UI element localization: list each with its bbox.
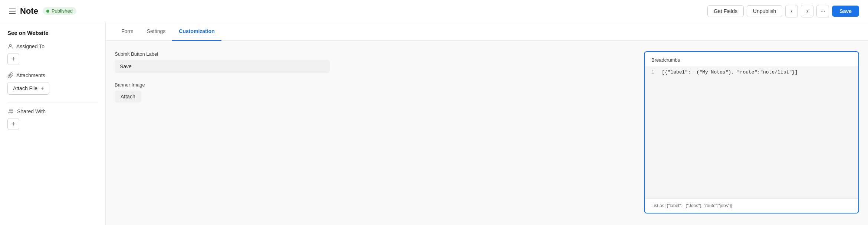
see-on-website-label: See on Website: [7, 30, 98, 36]
breadcrumbs-code-area[interactable]: 1 [{"label": _("My Notes"), "route":"not…: [645, 66, 858, 198]
next-button[interactable]: ›: [801, 5, 813, 17]
tab-form[interactable]: Form: [115, 22, 140, 41]
published-dot: [46, 10, 49, 13]
published-label: Published: [52, 8, 73, 14]
chevron-left-icon: ‹: [791, 8, 793, 14]
save-button[interactable]: Save: [832, 6, 859, 17]
svg-point-2: [11, 110, 13, 111]
banner-image-group: Banner Image Attach: [115, 82, 635, 102]
attach-file-button[interactable]: Attach File +: [7, 82, 49, 95]
breadcrumbs-hint: List as [{"label": _("Jobs"), "route":"j…: [651, 203, 732, 208]
add-shared-with-button[interactable]: +: [7, 118, 19, 130]
person-icon: [7, 43, 13, 49]
line-number: 1: [651, 69, 657, 75]
header-left: Note Published: [9, 6, 76, 16]
app-header: Note Published Get Fields Unpublish ‹ › …: [0, 0, 868, 22]
submit-button-label-text: Submit Button Label: [115, 51, 635, 57]
published-badge: Published: [43, 7, 76, 15]
svg-point-0: [9, 45, 11, 46]
attachments-label: Attachments: [16, 72, 45, 78]
more-button[interactable]: ···: [816, 5, 829, 17]
get-fields-button[interactable]: Get Fields: [707, 5, 744, 17]
hamburger-icon[interactable]: [9, 9, 16, 14]
form-content: Submit Button Label Save Banner Image At…: [106, 41, 868, 224]
breadcrumbs-footer: List as [{"label": _("Jobs"), "route":"j…: [645, 198, 858, 213]
submit-button-value[interactable]: Save: [115, 60, 330, 73]
prev-button[interactable]: ‹: [785, 5, 798, 17]
submit-button-label-group: Submit Button Label Save: [115, 51, 635, 73]
tab-settings[interactable]: Settings: [140, 22, 172, 41]
breadcrumbs-code: [{"label": _("My Notes"), "route":"note/…: [662, 69, 798, 75]
page-title: Note: [20, 6, 38, 16]
tabs-bar: Form Settings Customization: [106, 22, 868, 41]
banner-image-label-text: Banner Image: [115, 82, 635, 88]
svg-point-1: [9, 110, 11, 111]
plus-icon: +: [11, 55, 16, 63]
ellipsis-icon: ···: [821, 8, 825, 14]
content-area: Form Settings Customization Submit Butto…: [106, 22, 868, 225]
attachments-section: Attachments: [7, 72, 98, 78]
people-icon: [7, 108, 14, 114]
main-layout: See on Website Assigned To + Attachments…: [0, 22, 868, 225]
shared-with-section: Shared With: [7, 108, 98, 114]
plus-icon-2: +: [11, 120, 16, 128]
chevron-right-icon: ›: [806, 8, 808, 14]
shared-with-label: Shared With: [17, 108, 46, 114]
add-assigned-to-button[interactable]: +: [7, 53, 19, 65]
assigned-to-label: Assigned To: [16, 43, 45, 49]
assigned-to-section: Assigned To: [7, 43, 98, 49]
unpublish-button[interactable]: Unpublish: [747, 5, 782, 17]
sidebar-divider: [7, 102, 98, 102]
form-left: Submit Button Label Save Banner Image At…: [115, 51, 644, 213]
breadcrumbs-title: Breadcrumbs: [645, 52, 858, 66]
banner-attach-button[interactable]: Attach: [115, 91, 141, 102]
paperclip-icon: [7, 72, 13, 78]
tab-customization[interactable]: Customization: [172, 22, 221, 41]
header-actions: Get Fields Unpublish ‹ › ··· Save: [707, 5, 859, 17]
sidebar: See on Website Assigned To + Attachments…: [0, 22, 106, 225]
attach-file-label: Attach File: [13, 85, 37, 91]
attach-plus-icon: +: [40, 85, 44, 92]
breadcrumbs-panel: Breadcrumbs 1 [{"label": _("My Notes"), …: [644, 51, 859, 213]
